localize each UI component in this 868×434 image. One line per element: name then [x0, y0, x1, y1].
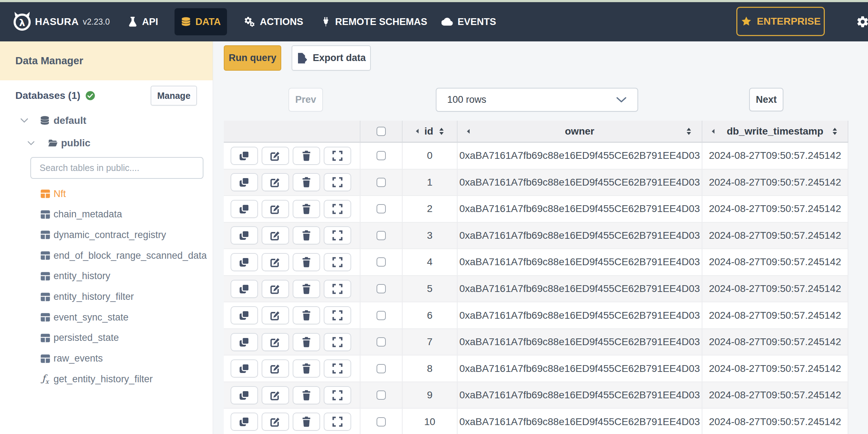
edit-row-button[interactable] — [262, 359, 289, 378]
expand-row-button[interactable] — [324, 413, 351, 431]
edit-row-button[interactable] — [262, 280, 289, 298]
expand-row-button[interactable] — [324, 200, 351, 218]
edit-row-button[interactable] — [262, 306, 289, 324]
export-data-button[interactable]: Export data — [292, 45, 371, 71]
delete-row-button[interactable] — [293, 200, 320, 218]
tab-api[interactable]: API — [128, 2, 158, 41]
sidebar-table-item[interactable]: chain_metadata — [40, 207, 122, 222]
cell-db-write-timestamp: 2024-08-27T09:50:57.245142 — [702, 302, 848, 328]
expand-row-button[interactable] — [324, 333, 351, 351]
sidebar-table-item[interactable]: end_of_block_range_scanned_data — [40, 248, 207, 263]
settings-gear-icon[interactable] — [856, 2, 868, 41]
row-checkbox[interactable] — [377, 417, 386, 427]
tree-item-public[interactable]: public — [27, 135, 90, 151]
sidebar-table-item[interactable]: ƒxget_entity_history_filter — [40, 371, 153, 387]
expand-row-button[interactable] — [324, 253, 351, 271]
delete-row-button[interactable] — [293, 147, 320, 165]
run-query-button[interactable]: Run query — [224, 45, 281, 71]
edit-row-button[interactable] — [262, 333, 289, 351]
delete-row-button[interactable] — [293, 333, 320, 351]
clone-row-button[interactable] — [231, 280, 258, 298]
row-checkbox[interactable] — [377, 257, 386, 267]
clone-row-button[interactable] — [231, 306, 258, 324]
hasura-logo-icon[interactable]: λ — [11, 11, 33, 34]
row-checkbox[interactable] — [377, 231, 386, 240]
sidebar-table-item[interactable]: entity_history — [40, 268, 110, 284]
collapse-left-icon[interactable] — [466, 128, 470, 134]
delete-row-button[interactable] — [293, 359, 320, 378]
edit-row-button[interactable] — [262, 173, 289, 191]
select-all-checkbox[interactable] — [377, 127, 386, 136]
sidebar-table-item[interactable]: entity_history_filter — [40, 289, 134, 305]
table-row: 1 0xaBA7161A7fb69c88e16ED9f455CE62B791EE… — [224, 170, 848, 196]
row-checkbox[interactable] — [377, 178, 386, 187]
export-icon — [297, 52, 307, 64]
sidebar-table-item[interactable]: raw_events — [40, 351, 103, 367]
clone-row-button[interactable] — [231, 413, 258, 431]
expand-icon — [332, 230, 343, 241]
edit-row-button[interactable] — [262, 147, 289, 165]
header-id[interactable]: id — [403, 121, 458, 142]
edit-icon — [270, 230, 281, 241]
expand-row-button[interactable] — [324, 173, 351, 191]
clone-row-button[interactable] — [231, 333, 258, 351]
expand-row-button[interactable] — [324, 306, 351, 324]
header-db-write-timestamp[interactable]: db_write_timestamp — [702, 121, 848, 142]
delete-row-button[interactable] — [293, 226, 320, 244]
sort-icon[interactable] — [686, 127, 692, 135]
clone-row-button[interactable] — [231, 147, 258, 165]
row-checkbox[interactable] — [377, 151, 386, 160]
clone-row-button[interactable] — [231, 226, 258, 244]
header-owner[interactable]: owner — [458, 121, 702, 142]
prev-page-button[interactable]: Prev — [288, 88, 323, 112]
edit-row-button[interactable] — [262, 413, 289, 431]
sidebar-table-item[interactable]: Nft — [40, 186, 66, 202]
row-checkbox[interactable] — [377, 364, 386, 373]
sort-icon[interactable] — [832, 127, 838, 135]
expand-row-button[interactable] — [324, 386, 351, 404]
edit-row-button[interactable] — [262, 200, 289, 218]
chevron-down-icon[interactable] — [20, 118, 28, 123]
clone-row-button[interactable] — [231, 359, 258, 378]
delete-row-button[interactable] — [293, 280, 320, 298]
next-page-button[interactable]: Next — [749, 88, 783, 111]
row-checkbox[interactable] — [377, 284, 386, 293]
edit-row-button[interactable] — [262, 386, 289, 404]
sort-icon[interactable] — [439, 127, 444, 135]
tab-actions[interactable]: ACTIONS — [244, 2, 303, 41]
clone-row-button[interactable] — [231, 386, 258, 404]
tree-item-default[interactable]: default — [20, 113, 86, 128]
tab-remote-schemas[interactable]: REMOTE SCHEMAS — [321, 2, 427, 41]
delete-row-button[interactable] — [293, 253, 320, 271]
collapse-left-icon[interactable] — [711, 128, 715, 134]
delete-row-button[interactable] — [293, 413, 320, 431]
row-checkbox[interactable] — [377, 204, 386, 213]
page-size-select[interactable]: 100 rows — [436, 88, 638, 112]
tab-data[interactable]: DATA — [175, 8, 227, 35]
tab-events[interactable]: EVENTS — [441, 2, 496, 41]
expand-row-button[interactable] — [324, 147, 351, 165]
expand-row-button[interactable] — [324, 359, 351, 378]
delete-row-button[interactable] — [293, 173, 320, 191]
delete-row-button[interactable] — [293, 386, 320, 404]
edit-row-button[interactable] — [262, 226, 289, 244]
chevron-down-icon[interactable] — [27, 141, 35, 146]
clone-row-button[interactable] — [231, 253, 258, 271]
clone-row-button[interactable] — [231, 200, 258, 218]
expand-row-button[interactable] — [324, 226, 351, 244]
row-checkbox[interactable] — [377, 390, 386, 400]
manage-button[interactable]: Manage — [151, 86, 197, 106]
expand-row-button[interactable] — [324, 280, 351, 298]
clone-row-button[interactable] — [231, 173, 258, 191]
collapse-left-icon[interactable] — [415, 128, 419, 134]
table-row: 3 0xaBA7161A7fb69c88e16ED9f455CE62B791EE… — [224, 223, 848, 249]
row-checkbox[interactable] — [377, 337, 386, 347]
search-tables-input[interactable] — [30, 157, 203, 179]
sidebar-table-item[interactable]: dynamic_contract_registry — [40, 227, 166, 243]
enterprise-button[interactable]: ENTERPRISE — [736, 7, 825, 36]
sidebar-table-item[interactable]: persisted_state — [40, 330, 119, 346]
edit-row-button[interactable] — [262, 253, 289, 271]
sidebar-table-item[interactable]: event_sync_state — [40, 309, 128, 325]
row-checkbox[interactable] — [377, 311, 386, 320]
delete-row-button[interactable] — [293, 306, 320, 324]
